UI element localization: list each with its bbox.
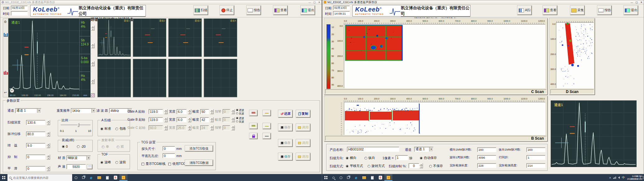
date-field[interactable]: 02月13日 [333, 6, 350, 10]
show-tcg-checkbox[interactable]: 显示TCG标线 [141, 162, 165, 166]
undo-icon[interactable]: ↩ [10, 89, 14, 93]
scale-slider-handle[interactable] [77, 123, 79, 127]
view-button[interactable]: 查看 [273, 6, 288, 15]
mini-channel-panel[interactable] [133, 59, 166, 97]
gate-a-alt-button[interactable] [263, 110, 271, 116]
dir-vertical-radio[interactable]: 纵向 [364, 156, 375, 160]
mini-channel-panel[interactable]: 通道1 [97, 18, 131, 57]
prf-select[interactable]: 1KHz▼ [71, 108, 96, 113]
gate-c-color-button[interactable] [263, 133, 271, 139]
param-field[interactable]: 130.6 [26, 120, 45, 125]
autosave-radio[interactable]: 自动保存 [420, 156, 437, 160]
pixel-field[interactable]: 1 [396, 155, 408, 160]
value-spinner[interactable]: ▲▼ [91, 43, 95, 48]
mini-channel-panel[interactable] [168, 59, 202, 97]
gate-enter-radio[interactable]: 进波 [236, 109, 244, 112]
start-button[interactable] [0, 174, 7, 181]
suppress-field[interactable]: 0 [409, 163, 419, 168]
form-field-value[interactable]: 1 [526, 155, 545, 160]
gate-b-color-button[interactable] [249, 123, 257, 129]
gate-loss-radio[interactable]: 失波 [236, 112, 244, 115]
gate-width-spinner[interactable]: ▲▼ [188, 125, 191, 130]
param-spinner[interactable]: ▲▼ [47, 143, 50, 148]
mini-channel-panel[interactable]: 通道2 [133, 18, 166, 57]
mini-channel-panel[interactable] [97, 59, 131, 97]
tof-front-radio[interactable]: 波前 [115, 160, 126, 165]
bscan-plot[interactable] [344, 102, 545, 135]
param-spinner[interactable]: ▲▼ [47, 132, 50, 137]
form-field-value[interactable]: 228 [477, 163, 496, 168]
time-field[interactable] [11, 11, 28, 16]
exit-button[interactable]: 退出 [301, 6, 315, 15]
save-button-3[interactable]: 保存 [278, 153, 293, 160]
product-name-field[interactable]: HB001002 [347, 147, 399, 152]
gate-amp-spinner[interactable]: ▲▼ [210, 109, 214, 114]
document-icon[interactable] [368, 174, 376, 181]
gate-width-field[interactable]: 6.0 [177, 117, 187, 122]
material-select[interactable]: 钢纵波▼ [67, 155, 91, 160]
folder-icon[interactable] [360, 174, 368, 181]
param-field[interactable]: 0 [26, 166, 45, 171]
probe-size-field[interactable]: 0 [163, 146, 175, 151]
gear-icon[interactable]: ⚙ [4, 20, 7, 24]
use-tcg-checkbox[interactable]: 使用TCG [168, 162, 186, 166]
form-field-value[interactable]: 214 [526, 163, 545, 168]
gate-amp-field[interactable]: 50 [200, 109, 209, 114]
mode-translate-radio[interactable]: 平移方式 [346, 164, 363, 168]
dir-horizontal-radio[interactable]: 横向 [346, 156, 356, 160]
save-button-2[interactable]: 保存 [278, 139, 293, 147]
scan-app-icon[interactable] [384, 174, 392, 181]
gate-enter-radio[interactable]: 进波 [236, 117, 244, 120]
report-button[interactable]: 报告 [597, 6, 612, 15]
gate-alarm-field[interactable]: 0 [223, 109, 230, 114]
channel-select[interactable]: 通道 1▼ [414, 147, 433, 152]
mini-channel-panel[interactable]: 通道4 [204, 18, 237, 57]
atten-0-radio[interactable]: 0 [62, 145, 68, 148]
velocity-field[interactable]: 5920 [67, 164, 86, 169]
time-field[interactable]: 14:09:21 [333, 11, 350, 16]
cortana-icon[interactable] [337, 174, 345, 181]
close-button[interactable]: ✕ [640, 1, 642, 4]
edge-icon[interactable]: e [352, 174, 360, 181]
gate-alarm-spinner[interactable]: ▲▼ [231, 109, 235, 114]
gate-start-field[interactable]: 119.0 [149, 117, 163, 122]
taskbar-clock[interactable]: 14:092022/2/13 [630, 175, 644, 180]
value-spinner[interactable]: ▲▼ [91, 61, 95, 66]
restore-button[interactable]: ↺还原 [278, 110, 293, 118]
back-arrow-icon[interactable]: ↩ [4, 91, 7, 94]
gate-alarm-spinner[interactable]: ▲▼ [231, 117, 235, 122]
save-button-1[interactable]: 保存 [278, 124, 293, 131]
param-spinner[interactable]: ▲▼ [47, 120, 50, 125]
value-spinner[interactable]: ▲▼ [91, 79, 95, 84]
gate-start-spinner[interactable]: ▲▼ [164, 125, 168, 130]
cortana-icon[interactable] [72, 174, 80, 181]
gate-start-spinner[interactable]: ▲▼ [164, 109, 168, 114]
mode-rotate-radio[interactable]: 旋转方式 [368, 164, 385, 168]
add-tcg-button[interactable]: 添加TCG取值 [185, 146, 213, 151]
ascan-view-button[interactable]: A扫 [517, 6, 532, 15]
gate-amp-spinner[interactable]: ▲▼ [210, 125, 214, 130]
resize-corner-icon[interactable] [91, 93, 95, 97]
bar-chart-blue-icon[interactable] [4, 33, 8, 37]
gate-width-field[interactable]: 25.0 [177, 125, 187, 130]
edge-icon[interactable]: e [87, 174, 95, 181]
task-view-icon[interactable] [80, 174, 87, 181]
gate-amp-spinner[interactable]: ▲▼ [210, 117, 214, 122]
minimize-button[interactable]: — [308, 1, 311, 4]
value-spinner[interactable]: ▲▼ [91, 26, 95, 30]
taskbar-search[interactable] [7, 174, 72, 181]
cscan-plot[interactable] [344, 24, 545, 88]
acquire-button[interactable]: 采集 [570, 6, 585, 15]
scale-slider-track[interactable] [61, 125, 90, 125]
load-button-1[interactable]: 调用 [296, 124, 310, 131]
view-button[interactable]: 查看 [543, 6, 557, 15]
channel-select[interactable]: 通道 1▼ [15, 108, 41, 113]
scan-app-icon[interactable] [119, 174, 127, 181]
param-field[interactable]: 9.0 [26, 143, 45, 148]
hole-dia-field[interactable]: 0 [163, 153, 175, 158]
ascan-envelope-radio[interactable]: 包络 [115, 127, 126, 131]
suppress-spinner[interactable]: ▲▼ [419, 163, 423, 168]
stop-button[interactable]: 停止 [220, 6, 234, 15]
s-browser-icon[interactable]: S [111, 174, 119, 181]
gate-alarm-field[interactable]: 0 [223, 125, 230, 130]
